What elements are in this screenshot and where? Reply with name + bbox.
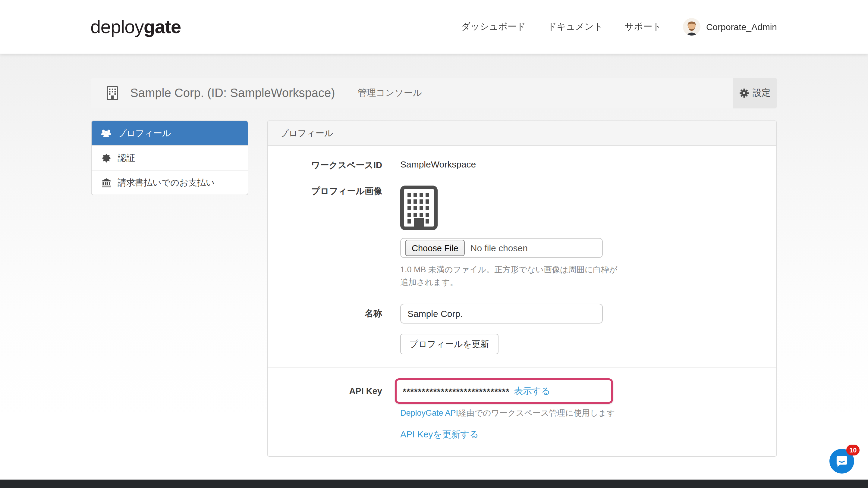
chat-icon <box>835 455 848 467</box>
avatar-image <box>683 18 701 36</box>
user-avatar <box>683 18 701 36</box>
workspace-id-value: SampleWorkspace <box>400 159 476 171</box>
gear-icon <box>739 89 748 98</box>
profile-image-label: プロフィール画像 <box>268 186 382 289</box>
users-icon <box>101 129 112 137</box>
admin-console-label: 管理コンソール <box>358 87 422 99</box>
bank-icon <box>101 178 112 187</box>
nav-dashboard-link[interactable]: ダッシュボード <box>461 21 526 33</box>
top-navbar: deploygate ダッシュボード ドキュメント サポート Corporate… <box>0 0 868 54</box>
profile-image-file-input[interactable]: Choose File No file chosen <box>400 238 603 258</box>
settings-label: 設定 <box>752 87 771 99</box>
nav-documents-link[interactable]: ドキュメント <box>548 21 603 33</box>
file-chosen-status: No file chosen <box>470 243 528 253</box>
sidebar-item-auth[interactable]: 認証 <box>92 145 248 170</box>
user-menu[interactable]: Corporate_Admin <box>683 18 777 36</box>
profile-form: ワークスペースID SampleWorkspace プロフィール画像 <box>268 146 776 367</box>
name-input[interactable] <box>400 304 603 324</box>
footer-bar <box>0 480 868 488</box>
building-icon <box>107 86 118 100</box>
workspace-profile-image <box>400 186 438 230</box>
chat-unread-badge: 10 <box>846 445 860 455</box>
profile-image-group: Choose File No file chosen 1.0 MB 未満のファイ… <box>400 186 618 289</box>
api-key-masked-value: **************************** <box>403 386 510 396</box>
user-name: Corporate_Admin <box>706 22 777 32</box>
panel-title: プロフィール <box>268 121 776 146</box>
nav-support-link[interactable]: サポート <box>625 21 661 33</box>
renew-api-key-link[interactable]: API Keyを更新する <box>400 429 764 441</box>
api-key-label: API Key <box>268 386 382 396</box>
profile-panel: プロフィール ワークスペースID SampleWorkspace プロフィール画… <box>267 121 777 457</box>
certificate-icon <box>101 153 112 162</box>
logo-gate: gate <box>144 16 181 38</box>
deploygate-api-link[interactable]: DeployGate API <box>400 409 458 418</box>
sidebar-item-invoice-payment[interactable]: 請求書払いでのお支払い <box>92 170 248 195</box>
show-api-key-link[interactable]: 表示する <box>514 385 550 397</box>
logo-deploy: deploy <box>90 16 144 38</box>
sidebar-item-label: プロフィール <box>118 127 171 139</box>
workspace-header-bar: Sample Corp. (ID: SampleWorkspace) 管理コンソ… <box>91 78 777 108</box>
api-key-highlight-box: **************************** 表示する <box>395 378 613 404</box>
chat-launcher-button[interactable]: 10 <box>830 449 854 474</box>
page: deploygate ダッシュボード ドキュメント サポート Corporate… <box>0 0 868 488</box>
api-key-section: API Key **************************** 表示す… <box>268 367 776 456</box>
sidebar-item-label: 請求書払いでのお支払い <box>118 177 215 188</box>
sidebar-item-label: 認証 <box>118 152 135 164</box>
sidebar-item-profile[interactable]: プロフィール <box>92 121 248 145</box>
api-key-description-text: 経由でのワークスペース管理に使用します <box>458 409 615 418</box>
choose-file-button[interactable]: Choose File <box>405 240 465 256</box>
update-profile-button[interactable]: プロフィールを更新 <box>400 334 498 354</box>
workspace-title: Sample Corp. (ID: SampleWorkspace) <box>130 86 335 100</box>
workspace-id-label: ワークスペースID <box>268 159 382 171</box>
settings-button[interactable]: 設定 <box>733 78 777 108</box>
navbar-menu: ダッシュボード ドキュメント サポート Corporate_Admin <box>461 0 777 54</box>
deploygate-logo[interactable]: deploygate <box>90 0 181 54</box>
settings-sidebar: プロフィール 認証 請求書払いで <box>91 121 248 195</box>
api-key-description: DeployGate API経由でのワークスペース管理に使用します <box>400 408 764 419</box>
file-help-text: 1.0 MB 未満のファイル。正方形でない画像は周囲に白枠が追加されます。 <box>400 263 618 289</box>
name-label: 名称 <box>268 308 382 319</box>
